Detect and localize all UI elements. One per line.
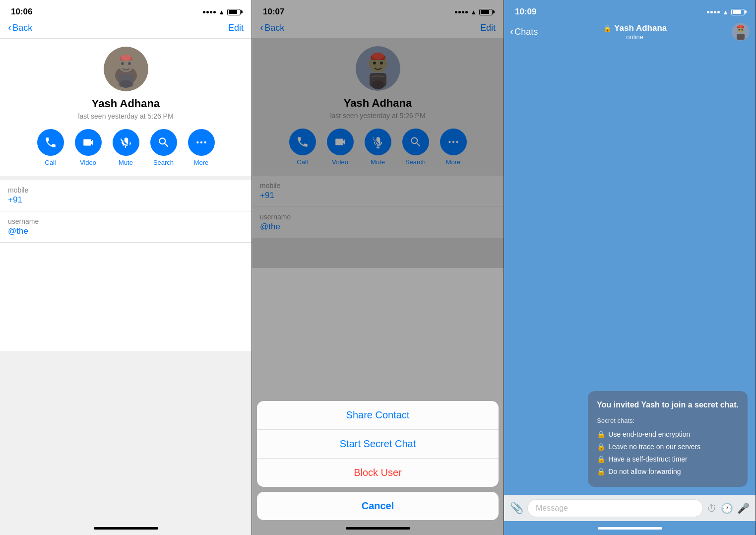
- back-chevron-icon-3: ‹: [510, 25, 513, 38]
- search-label-1: Search: [153, 159, 174, 166]
- mute-button-1[interactable]: Mute: [113, 129, 139, 166]
- signal-dot: [213, 11, 216, 13]
- message-input[interactable]: Message: [527, 499, 703, 517]
- more-button-1[interactable]: More: [188, 129, 215, 166]
- lock-icon: 🔒: [603, 24, 612, 33]
- search-button-1[interactable]: Search: [150, 129, 177, 166]
- svg-point-10: [196, 141, 198, 143]
- screen-3: 10:09 ▲ ‹ Chats 🔒 Yash Adhana online: [504, 0, 756, 535]
- chat-nav: ‹ Chats 🔒 Yash Adhana online: [504, 20, 756, 46]
- signal-dot: [710, 11, 713, 13]
- secret-chat-notification: You invited Yash to join a secret chat. …: [588, 391, 748, 487]
- action-sheet-cancel: Cancel: [257, 492, 499, 520]
- username-label-1: username: [8, 217, 244, 225]
- secret-feature-2: 🔒 Leave no trace on our servers: [597, 442, 739, 452]
- home-bar-line-1: [94, 527, 158, 530]
- call-label-1: Call: [45, 159, 56, 166]
- wifi-icon-3: ▲: [722, 8, 729, 16]
- back-button-1[interactable]: ‹ Back: [8, 23, 32, 33]
- action-sheet-container: Share Contact Start Secret Chat Block Us…: [252, 401, 504, 535]
- chat-contact-info[interactable]: 🔒 Yash Adhana online: [603, 23, 667, 41]
- secret-feature-text-3: Have a self-destruct timer: [608, 454, 688, 465]
- secret-feature-text-1: Use end-to-end encryption: [608, 429, 690, 440]
- status-bar-3: 10:09 ▲: [504, 0, 756, 20]
- username-value-1[interactable]: @the: [8, 226, 244, 236]
- avatar-1: [104, 47, 148, 91]
- battery-3: [731, 9, 745, 15]
- mobile-row-1: mobile +91: [0, 180, 252, 211]
- svg-point-27: [738, 25, 743, 28]
- signal-dot: [206, 11, 209, 13]
- chat-contact-status: online: [626, 33, 643, 41]
- secret-feature-1: 🔒 Use end-to-end encryption: [597, 429, 739, 440]
- mobile-value-1[interactable]: +91: [8, 195, 244, 205]
- gray-bg-1: [0, 351, 252, 522]
- svg-point-11: [200, 141, 202, 143]
- video-button-1[interactable]: Video: [75, 129, 102, 166]
- battery-fill-3: [733, 10, 742, 14]
- signal-dot: [714, 11, 716, 13]
- secret-feature-text-4: Do not allow forwarding: [608, 467, 681, 477]
- microphone-icon[interactable]: 🎤: [737, 502, 750, 514]
- search-circle-1: [150, 129, 177, 156]
- profile-section-1: Yash Adhana last seen yesterday at 5:26 …: [0, 39, 252, 180]
- more-circle-1: [188, 129, 215, 156]
- svg-point-29: [742, 29, 743, 31]
- wifi-icon-1: ▲: [218, 8, 225, 16]
- home-bar-1: [0, 521, 252, 535]
- lock-icon-4: 🔒: [597, 467, 605, 477]
- secret-feature-4: 🔒 Do not allow forwarding: [597, 467, 739, 477]
- signal-dot: [717, 11, 720, 13]
- more-label-1: More: [194, 159, 209, 166]
- battery-1: [227, 9, 241, 15]
- chats-label: Chats: [514, 27, 538, 37]
- status-icons-1: ▲: [203, 8, 241, 16]
- status-icons-3: ▲: [707, 8, 745, 16]
- info-section-1: mobile +91 username @the: [0, 180, 252, 351]
- lock-icon-3: 🔒: [597, 454, 605, 465]
- mobile-label-1: mobile: [8, 186, 244, 194]
- signal-dot: [707, 11, 709, 13]
- start-secret-chat-button[interactable]: Start Secret Chat: [257, 430, 499, 459]
- svg-rect-30: [737, 34, 745, 40]
- profile-status-1: last seen yesterday at 5:26 PM: [78, 112, 173, 120]
- home-bar-3: [504, 521, 756, 535]
- home-bar-2: [252, 521, 504, 535]
- action-buttons-1: Call Video Mute Search: [37, 129, 215, 166]
- svg-point-28: [739, 29, 740, 31]
- home-bar-line-3: [598, 527, 662, 530]
- contact-avatar-image-3: [732, 23, 750, 41]
- clock-icon[interactable]: 🕐: [721, 502, 733, 514]
- signal-dots-1: [203, 11, 216, 13]
- mute-circle-1: [113, 129, 139, 156]
- timer-icon[interactable]: ⏱: [707, 503, 717, 514]
- username-row-1: username @the: [0, 211, 252, 243]
- battery-fill-1: [229, 10, 238, 14]
- chat-contact-name: 🔒 Yash Adhana: [603, 23, 667, 33]
- svg-point-9: [104, 47, 148, 91]
- cancel-button[interactable]: Cancel: [257, 492, 499, 520]
- action-sheet: Share Contact Start Secret Chat Block Us…: [257, 401, 499, 487]
- contact-avatar-3[interactable]: [732, 23, 750, 41]
- back-label-1: Back: [12, 23, 32, 33]
- chats-back-button[interactable]: ‹ Chats: [510, 25, 538, 38]
- home-bar-line-2: [346, 527, 410, 530]
- secret-feature-text-2: Leave no trace on our servers: [608, 442, 700, 452]
- time-1: 10:06: [11, 7, 32, 17]
- block-user-button[interactable]: Block User: [257, 459, 499, 487]
- nav-bar-1: ‹ Back Edit: [0, 20, 252, 39]
- chat-messages: You invited Yash to join a secret chat. …: [504, 46, 756, 495]
- share-contact-button[interactable]: Share Contact: [257, 401, 499, 430]
- video-label-1: Video: [80, 159, 96, 166]
- profile-name-1: Yash Adhana: [92, 97, 160, 110]
- screen-2: 10:07 ▲ ‹ Back Edit: [252, 0, 504, 535]
- attach-button[interactable]: 📎: [510, 502, 523, 515]
- avatar-image-1: [104, 47, 148, 91]
- lock-icon-1: 🔒: [597, 429, 605, 440]
- video-circle-1: [75, 129, 102, 156]
- edit-button-1[interactable]: Edit: [228, 23, 244, 33]
- call-button-1[interactable]: Call: [37, 129, 64, 166]
- call-circle-1: [37, 129, 64, 156]
- svg-point-12: [204, 141, 206, 143]
- lock-icon-2: 🔒: [597, 442, 605, 452]
